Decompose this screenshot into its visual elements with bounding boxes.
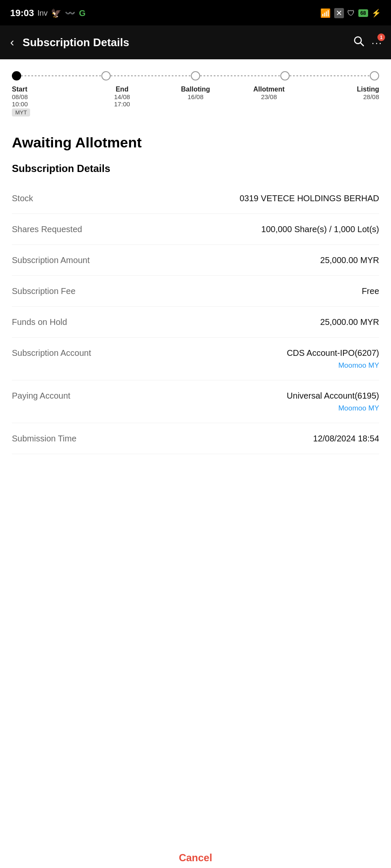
svg-line-1: [360, 43, 363, 46]
detail-row-stock: Stock 0319 VETECE HOLDINGS BERHAD: [12, 183, 379, 214]
tl-date-start: 08/08: [12, 93, 85, 100]
timeline-node-balloting: [191, 71, 200, 80]
timeline-node-end: [101, 71, 111, 80]
timeline-line-1: [21, 75, 101, 76]
detail-value-submission-time: 12/08/2024 18:54: [200, 433, 379, 444]
timeline-label-end: End 14/08 17:00: [85, 86, 159, 116]
timeline-node-listing: [370, 71, 379, 80]
detail-label-paying-account: Paying Account: [12, 390, 200, 402]
x-icon: ✕: [334, 8, 344, 18]
subscription-account-sublabel: Moomoo MY: [200, 361, 379, 371]
status-bar: 19:03 Inv 🦅 〰️ G 📶 ✕ 🛡 68 ⚡: [0, 0, 391, 25]
status-time: 19:03: [10, 8, 34, 19]
detail-row-fee: Subscription Fee Free: [12, 276, 379, 307]
cancel-button[interactable]: Cancel: [179, 852, 212, 864]
detail-value-funds: 25,000.00 MYR: [200, 316, 379, 328]
tl-name-start: Start: [12, 86, 85, 93]
detail-row-funds: Funds on Hold 25,000.00 MYR: [12, 307, 379, 338]
status-inv: Inv: [37, 9, 47, 18]
back-button[interactable]: ‹: [8, 34, 16, 51]
tl-time-start: 10:00: [12, 100, 85, 108]
section-title: Subscription Details: [12, 163, 379, 175]
timeline-labels: Start 08/08 10:00 MYT End 14/08 17:00 Ba…: [12, 86, 379, 116]
tl-name-end: End: [85, 86, 159, 93]
header: ‹ Subscription Details ··· 1: [0, 25, 391, 59]
tl-date-balloting: 16/08: [159, 93, 232, 100]
tl-date-allotment: 23/08: [232, 93, 306, 100]
detail-row-amount: Subscription Amount 25,000.00 MYR: [12, 245, 379, 276]
detail-label-shares: Shares Requested: [12, 223, 200, 235]
battery-indicator: 68: [358, 9, 368, 17]
status-right: 📶 ✕ 🛡 68 ⚡: [320, 8, 381, 18]
charging-icon: ⚡: [371, 8, 381, 18]
timeline-node-allotment: [280, 71, 290, 80]
detail-value-stock: 0319 VETECE HOLDINGS BERHAD: [200, 192, 379, 204]
app-icon-1: 🦅: [51, 8, 61, 18]
notification-badge: 1: [377, 33, 385, 41]
detail-value-shares: 100,000 Share(s) / 1,000 Lot(s): [200, 223, 379, 235]
detail-value-subscription-account: CDS Account-IPO(6207) Moomoo MY: [200, 347, 379, 371]
timeline-track: [12, 71, 379, 80]
detail-label-subscription-account: Subscription Account: [12, 347, 200, 359]
timeline: Start 08/08 10:00 MYT End 14/08 17:00 Ba…: [12, 71, 379, 121]
detail-label-stock: Stock: [12, 192, 200, 204]
detail-row-shares: Shares Requested 100,000 Share(s) / 1,00…: [12, 214, 379, 245]
detail-label-submission-time: Submission Time: [12, 433, 200, 444]
detail-label-fee: Subscription Fee: [12, 285, 200, 297]
tl-name-allotment: Allotment: [232, 86, 306, 93]
tl-name-listing: Listing: [306, 86, 379, 93]
main-content: Start 08/08 10:00 MYT End 14/08 17:00 Ba…: [0, 59, 391, 838]
header-actions: ··· 1: [353, 35, 383, 50]
detail-value-paying-account: Universal Account(6195) Moomoo MY: [200, 390, 379, 413]
search-button[interactable]: [353, 35, 365, 50]
shield-icon: 🛡: [347, 9, 355, 18]
detail-value-amount: 25,000.00 MYR: [200, 254, 379, 266]
detail-row-paying-account: Paying Account Universal Account(6195) M…: [12, 380, 379, 423]
status-left: 19:03 Inv 🦅 〰️ G: [10, 8, 86, 19]
timeline-label-allotment: Allotment 23/08: [232, 86, 306, 116]
timeline-label-balloting: Balloting 16/08: [159, 86, 232, 116]
app-icon-3: G: [79, 8, 86, 18]
paying-account-value: Universal Account(6195): [287, 391, 379, 400]
paying-account-sublabel: Moomoo MY: [200, 403, 379, 413]
tl-name-balloting: Balloting: [159, 86, 232, 93]
wifi-icon: 📶: [320, 8, 331, 18]
cancel-section: Cancel: [0, 838, 391, 868]
tl-time-end: 17:00: [85, 100, 159, 108]
timeline-line-2: [111, 75, 191, 76]
detail-row-submission-time: Submission Time 12/08/2024 18:54: [12, 423, 379, 454]
timeline-label-start: Start 08/08 10:00 MYT: [12, 86, 85, 116]
awaiting-title: Awaiting Allotment: [12, 134, 379, 151]
page-title: Subscription Details: [22, 36, 346, 49]
tl-date-listing: 28/08: [306, 93, 379, 100]
detail-row-subscription-account: Subscription Account CDS Account-IPO(620…: [12, 338, 379, 380]
timeline-line-4: [290, 75, 370, 76]
tl-date-end: 14/08: [85, 93, 159, 100]
app-icon-2: 〰️: [65, 8, 75, 18]
timeline-node-start: [12, 71, 21, 80]
timeline-line-3: [200, 75, 280, 76]
detail-value-fee: Free: [200, 285, 379, 297]
detail-label-funds: Funds on Hold: [12, 316, 200, 328]
detail-label-amount: Subscription Amount: [12, 254, 200, 266]
subscription-account-value: CDS Account-IPO(6207): [287, 348, 379, 358]
more-button[interactable]: ··· 1: [371, 36, 383, 49]
tl-tag-start: MYT: [12, 108, 30, 116]
timeline-label-listing: Listing 28/08: [306, 86, 379, 116]
